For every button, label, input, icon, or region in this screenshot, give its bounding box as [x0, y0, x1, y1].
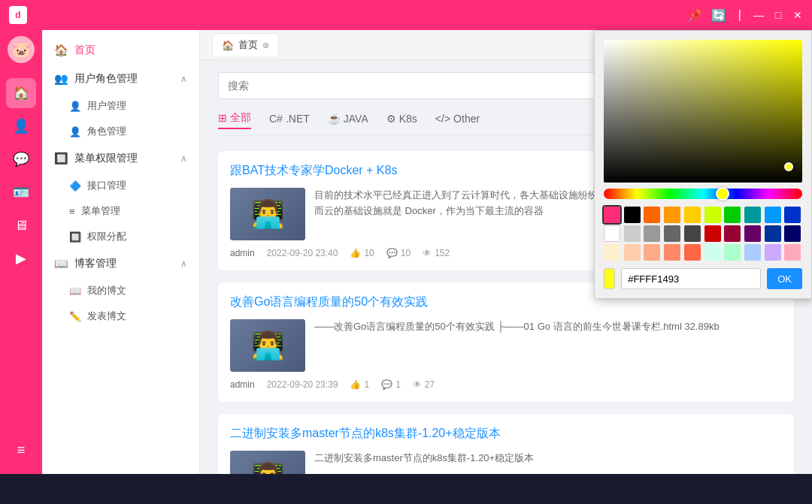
- tab-close-icon[interactable]: ⊗: [262, 41, 269, 50]
- filter-tab-k8s[interactable]: ⚙ K8s: [386, 113, 417, 128]
- blog-label: 博客管理: [74, 257, 117, 270]
- swatch-darkred[interactable]: [724, 225, 741, 242]
- comment-icon-1: 💬: [386, 248, 398, 258]
- filter-tab-dotnet[interactable]: C# .NET: [269, 113, 310, 128]
- my-blog-label: 我的博文: [87, 284, 126, 297]
- all-tab-label: 全部: [230, 111, 251, 125]
- swatch-skin[interactable]: [644, 244, 660, 261]
- sidebar-item-role-management[interactable]: 👤 角色管理: [42, 119, 199, 144]
- sidebar-item-interface-management[interactable]: 🔷 接口管理: [42, 173, 199, 198]
- main-sidebar: 🏠 首页 👥 用户角色管理 ∧ 👤 用户管理 👤 角色管理 🔲 菜单权限管理: [42, 30, 200, 474]
- sidebar-group-menu-permission[interactable]: 🔲 菜单权限管理 ∧: [42, 144, 199, 173]
- user-role-icon: 👥: [54, 72, 68, 86]
- sidebar-icon-video[interactable]: ▶: [6, 243, 36, 273]
- swatch-gray1[interactable]: [604, 225, 620, 242]
- swatch-gray4[interactable]: [664, 225, 680, 242]
- article-author-1: admin: [230, 248, 255, 258]
- article-comments-2: 💬 1: [381, 379, 401, 390]
- sidebar-item-post-blog[interactable]: ✏️ 发表博文: [42, 303, 199, 329]
- color-gradient-area[interactable]: [604, 40, 802, 183]
- sidebar-item-menu-management[interactable]: ≡ 菜单管理: [42, 198, 199, 224]
- view-icon-1: 👁: [423, 248, 432, 258]
- sidebar-item-user-management[interactable]: 👤 用户管理: [42, 93, 199, 119]
- interface-icon: 🔷: [69, 180, 81, 192]
- maximize-button[interactable]: □: [773, 10, 783, 20]
- sidebar-item-permission-assignment[interactable]: 🔲 权限分配: [42, 224, 199, 249]
- article-views-1: 👁 152: [423, 248, 450, 258]
- color-hex-input[interactable]: [621, 268, 761, 289]
- swatch-amber[interactable]: [664, 207, 680, 223]
- filter-tab-other[interactable]: </> Other: [435, 113, 480, 128]
- blog-arrow: ∧: [180, 258, 187, 269]
- close-button[interactable]: ✕: [792, 10, 803, 20]
- article-preview-2: ——改善Go语言编程质量的50个有效实践 ├——01 Go 语言的前生今世暑课专…: [314, 319, 782, 372]
- color-picker: OK: [594, 30, 812, 299]
- swatch-beige[interactable]: [604, 244, 620, 261]
- article-thumb-2: 👨‍💻: [230, 319, 305, 372]
- swatch-light-purple[interactable]: [784, 244, 801, 261]
- menu-permission-icon: 🔲: [54, 152, 68, 165]
- swatch-cyan[interactable]: [765, 207, 781, 223]
- swatch-black[interactable]: [624, 207, 641, 223]
- sidebar-icon-menu[interactable]: ≡: [6, 435, 36, 465]
- swatch-blue[interactable]: [784, 207, 801, 223]
- menu-label: 菜单管理: [81, 204, 120, 218]
- swatch-gray2[interactable]: [624, 225, 641, 242]
- swatch-darkblue[interactable]: [784, 225, 801, 242]
- user-avatar[interactable]: 🐷: [8, 36, 35, 63]
- sidebar-icon-user[interactable]: 👤: [6, 111, 36, 141]
- swatch-purple[interactable]: [744, 225, 761, 242]
- color-ok-button[interactable]: OK: [767, 268, 802, 289]
- filter-tab-java[interactable]: ☕ JAVA: [328, 113, 368, 128]
- color-swatches: [604, 207, 802, 261]
- refresh-icon[interactable]: 🔄: [711, 8, 726, 23]
- sidebar-group-blog[interactable]: 📖 博客管理 ∧: [42, 249, 199, 278]
- swatch-salmon[interactable]: [664, 244, 680, 261]
- sidebar-group-user-role[interactable]: 👥 用户角色管理 ∧: [42, 65, 199, 93]
- swatch-gray5[interactable]: [684, 225, 701, 242]
- post-blog-icon: ✏️: [69, 311, 81, 322]
- sidebar-item-my-blog[interactable]: 📖 我的博文: [42, 278, 199, 303]
- swatch-yellow[interactable]: [684, 207, 701, 223]
- article-title-3[interactable]: 二进制安装多master节点的k8s集群-1.20+稳定版本: [230, 426, 782, 442]
- all-tab-icon: ⊞: [218, 112, 227, 124]
- home-tab[interactable]: 🏠 首页 ⊗: [212, 33, 279, 56]
- user-role-label: 用户角色管理: [74, 72, 138, 86]
- minimize-button[interactable]: —: [753, 10, 764, 20]
- swatch-light-green[interactable]: [704, 244, 721, 261]
- filter-tab-all[interactable]: ⊞ 全部: [218, 111, 251, 129]
- swatch-lavender[interactable]: [765, 244, 781, 261]
- user-role-arrow: ∧: [180, 74, 187, 84]
- sidebar-icon-home[interactable]: 🏠: [6, 78, 36, 108]
- sidebar-icon-message[interactable]: 💬: [6, 144, 36, 174]
- title-bar-left: d: [9, 6, 27, 24]
- swatch-green[interactable]: [724, 207, 741, 223]
- blog-icon: 📖: [54, 257, 68, 270]
- sidebar-icon-desktop[interactable]: 🖥: [6, 210, 36, 240]
- swatch-pink[interactable]: [604, 207, 620, 223]
- swatch-peach[interactable]: [624, 244, 641, 261]
- dotnet-tab-label: .NET: [286, 113, 310, 125]
- swatch-lime[interactable]: [704, 207, 721, 223]
- like-icon-2: 👍: [350, 379, 361, 390]
- sidebar-icon-id[interactable]: 🪪: [6, 177, 36, 207]
- article-body-2: 👨‍💻 ——改善Go语言编程质量的50个有效实践 ├——01 Go 语言的前生今…: [230, 319, 782, 372]
- swatch-teal[interactable]: [744, 207, 761, 223]
- color-gradient-canvas: [604, 40, 802, 183]
- swatch-light-blue[interactable]: [744, 244, 761, 261]
- java-tab-label: JAVA: [344, 113, 368, 125]
- sidebar-home-item[interactable]: 🏠 首页: [42, 36, 199, 65]
- pin-icon[interactable]: 📌: [687, 8, 702, 23]
- title-bar: d 📌 🔄 | — □ ✕: [0, 0, 812, 30]
- swatch-mint[interactable]: [724, 244, 741, 261]
- k8s-tab-icon: ⚙: [386, 113, 396, 125]
- swatch-coral[interactable]: [684, 244, 701, 261]
- my-blog-icon: 📖: [69, 285, 81, 297]
- swatch-gray3[interactable]: [644, 225, 660, 242]
- other-tab-label: Other: [453, 113, 480, 125]
- swatch-orange[interactable]: [644, 207, 660, 223]
- swatch-red[interactable]: [704, 225, 721, 242]
- hue-bar[interactable]: [604, 189, 802, 199]
- color-gradient-cursor: [784, 162, 793, 171]
- swatch-navy[interactable]: [765, 225, 781, 242]
